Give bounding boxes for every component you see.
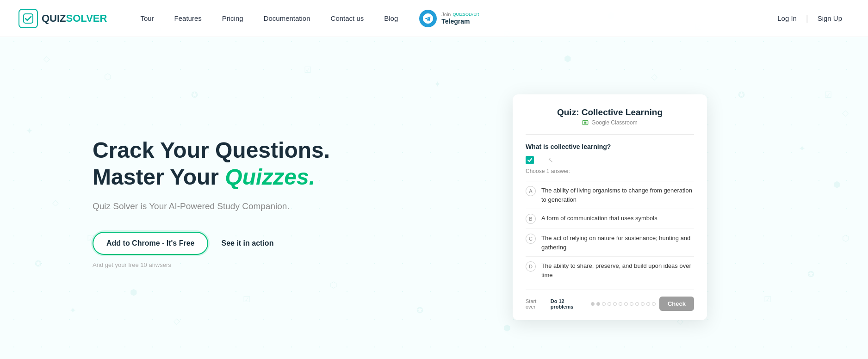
headline-line2-plain: Master Your <box>93 165 225 189</box>
progress-dot-11[interactable] <box>652 302 656 306</box>
quiz-question: What is collective learning? <box>526 143 694 150</box>
progress-dot-3[interactable] <box>608 302 611 306</box>
headline-line1: Crack Your Questions. <box>93 138 330 162</box>
nav-contact[interactable]: Contact us <box>321 0 374 37</box>
hero-subtitle: Quiz Solver is Your AI-Powered Study Com… <box>93 201 352 211</box>
auth-links: Log In | Sign Up <box>770 11 849 26</box>
quiz-source: Google Classroom <box>526 119 694 126</box>
nav-pricing[interactable]: Pricing <box>212 0 254 37</box>
quiz-card-area: Quiz: Collective Learning Google Classro… <box>389 85 831 320</box>
hero-actions: Add to Chrome - It's Free See it in acti… <box>93 232 352 255</box>
progress-dot-6[interactable] <box>624 302 628 306</box>
logo-quiz: QUIZ <box>42 12 66 25</box>
nav-features[interactable]: Features <box>164 0 212 37</box>
option-text-d: The ability to share, preserve, and buil… <box>541 261 694 279</box>
cursor-glyph: ↖ <box>548 156 553 164</box>
nav-blog[interactable]: Blog <box>374 0 408 37</box>
signup-link[interactable]: Sign Up <box>810 11 849 26</box>
telegram-name-label: Telegram <box>441 18 479 25</box>
do-problems-label: Do 12 problems <box>551 298 587 309</box>
option-letter-b: B <box>526 214 536 224</box>
quiz-title: Quiz: Collective Learning <box>526 107 694 118</box>
hero-headline: Crack Your Questions. Master Your Quizze… <box>93 137 352 190</box>
google-classroom-icon <box>582 119 589 126</box>
option-text-c: The act of relying on nature for sustena… <box>541 234 694 252</box>
quiz-checkbox-row: ↖ <box>526 156 694 164</box>
quiz-option-d[interactable]: D The ability to share, preserve, and bu… <box>526 256 694 284</box>
svg-rect-2 <box>584 122 587 124</box>
quiz-option-c[interactable]: C The act of relying on nature for suste… <box>526 229 694 256</box>
check-button[interactable]: Check <box>659 297 694 311</box>
option-text-b: A form of communication that uses symbol… <box>541 214 694 223</box>
logo-icon <box>19 9 38 28</box>
hero-section: Crack Your Questions. Master Your Quizze… <box>0 37 868 359</box>
quiz-checkbox[interactable] <box>526 156 534 164</box>
telegram-text: Join QUIZSOLVER Telegram <box>441 12 479 25</box>
quiz-divider <box>526 134 694 135</box>
progress-dots <box>591 302 656 306</box>
choose-label: Choose 1 answer: <box>526 168 694 174</box>
progress-dot-0[interactable] <box>591 302 595 306</box>
telegram-icon <box>419 10 437 27</box>
quiz-footer: Start over Do 12 problems Check <box>526 290 694 311</box>
login-link[interactable]: Log In <box>770 11 804 26</box>
nav-documentation[interactable]: Documentation <box>254 0 321 37</box>
headline-italic: Quizzes. <box>225 165 315 189</box>
quiz-card: Quiz: Collective Learning Google Classro… <box>513 94 707 320</box>
add-to-chrome-button[interactable]: Add to Chrome - It's Free <box>93 232 208 255</box>
start-over-label: Start over <box>526 298 547 309</box>
quiz-option-b[interactable]: B A form of communication that uses symb… <box>526 209 694 229</box>
quiz-option-a[interactable]: A The ability of living organisms to cha… <box>526 181 694 209</box>
option-letter-c: C <box>526 234 536 244</box>
nav-links: Tour Features Pricing Documentation Cont… <box>130 0 770 37</box>
progress-dot-9[interactable] <box>641 302 645 306</box>
option-letter-a: A <box>526 186 536 196</box>
progress-dot-7[interactable] <box>630 302 633 306</box>
progress-dot-5[interactable] <box>619 302 622 306</box>
progress-dot-8[interactable] <box>635 302 639 306</box>
progress-dot-4[interactable] <box>613 302 617 306</box>
telegram-join-label: Join QUIZSOLVER <box>441 12 479 18</box>
option-letter-d: D <box>526 261 536 272</box>
auth-divider: | <box>806 13 808 23</box>
hero-footnote: And get your free 10 anwsers <box>93 261 352 268</box>
see-in-action-link[interactable]: See it in action <box>221 239 273 248</box>
nav-tour[interactable]: Tour <box>130 0 164 37</box>
option-text-a: The ability of living organisms to chang… <box>541 186 694 204</box>
progress-dot-1[interactable] <box>596 302 600 306</box>
progress-dot-2[interactable] <box>602 302 606 306</box>
navbar: QUIZ SOLVER Tour Features Pricing Docume… <box>0 0 868 37</box>
hero-content: Crack Your Questions. Master Your Quizze… <box>93 137 352 268</box>
logo-text: QUIZ SOLVER <box>42 12 107 25</box>
logo[interactable]: QUIZ SOLVER <box>19 9 107 28</box>
progress-dot-10[interactable] <box>646 302 650 306</box>
logo-solver: SOLVER <box>66 12 107 25</box>
telegram-button[interactable]: Join QUIZSOLVER Telegram <box>412 6 487 31</box>
